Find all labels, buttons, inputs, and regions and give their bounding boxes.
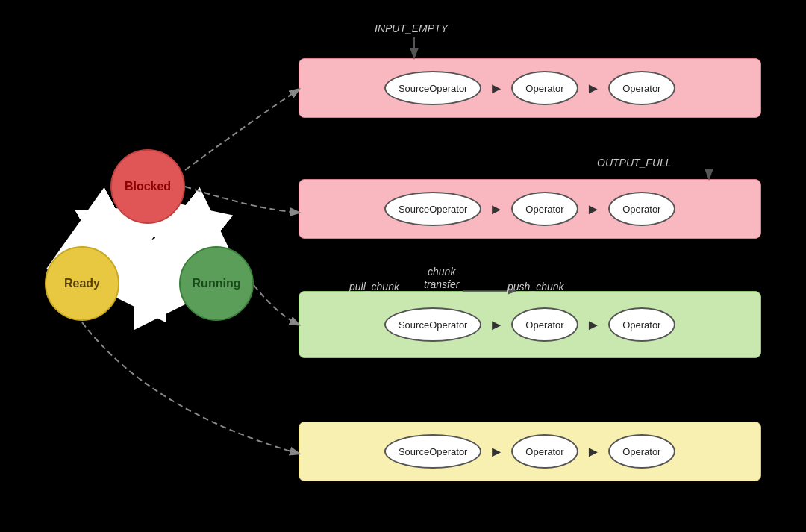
running-to-blocked-arrow [170, 222, 200, 246]
pipeline2-arrow1: ► [489, 201, 504, 218]
label-push-chunk: push_chunk [507, 281, 564, 292]
ready-label: Ready [64, 277, 100, 290]
pipeline1-operator1: Operator [511, 71, 578, 105]
blocked-to-pipeline2-arrow [185, 187, 299, 213]
blocked-label: Blocked [125, 180, 171, 193]
pipeline1-arrow1: ► [489, 80, 504, 97]
pipeline4-operator2: Operator [608, 434, 675, 469]
running-to-pipeline3-arrow [254, 285, 299, 325]
pipeline2-arrow2: ► [586, 201, 601, 218]
pipeline3-arrow2: ► [586, 316, 601, 334]
pipeline-box-3: SourceOperator ► Operator ► Operator [299, 291, 761, 358]
pipeline4-arrow2: ► [586, 443, 601, 460]
state-blocked: Blocked [110, 149, 185, 224]
pipeline3-operator1: Operator [511, 307, 578, 342]
pipeline1-arrow2: ► [586, 80, 601, 97]
label-output-full: OUTPUT_FULL [597, 157, 672, 169]
pipeline3-source-operator: SourceOperator [384, 307, 481, 342]
label-input-empty: INPUT_EMPTY [375, 22, 448, 34]
pipeline3-operator2: Operator [608, 307, 675, 342]
pipeline-box-1: SourceOperator ► Operator ► Operator [299, 58, 761, 118]
pipeline1-operator2: Operator [608, 71, 675, 105]
pipeline4-arrow1: ► [489, 443, 504, 460]
ready-to-pipeline4-arrow [82, 322, 299, 454]
ready-to-blocked-arrow [96, 228, 136, 250]
pipeline3-arrow1: ► [489, 316, 504, 334]
pipeline4-source-operator: SourceOperator [384, 434, 481, 469]
pipeline2-source-operator: SourceOperator [384, 192, 481, 226]
label-pull-chunk: pull_chunk [349, 281, 399, 292]
blocked-to-running-arrow [174, 224, 207, 250]
pipeline4-operator1: Operator [511, 434, 578, 469]
label-chunk-transfer: chunktransfer [424, 266, 459, 291]
diagram-container: Blocked Ready Running SourceOperator ► O… [0, 0, 806, 532]
blocked-to-pipeline1-arrow [185, 90, 299, 170]
pipeline1-source-operator: SourceOperator [384, 71, 481, 105]
running-label: Running [193, 277, 241, 290]
pipeline-box-2: SourceOperator ► Operator ► Operator [299, 179, 761, 239]
pipeline-box-4: SourceOperator ► Operator ► Operator [299, 422, 761, 481]
pipeline2-operator2: Operator [608, 192, 675, 226]
state-ready: Ready [45, 246, 119, 321]
pipeline2-operator1: Operator [511, 192, 578, 226]
blocked-to-ready-arrow [86, 224, 131, 248]
state-running: Running [179, 246, 254, 321]
